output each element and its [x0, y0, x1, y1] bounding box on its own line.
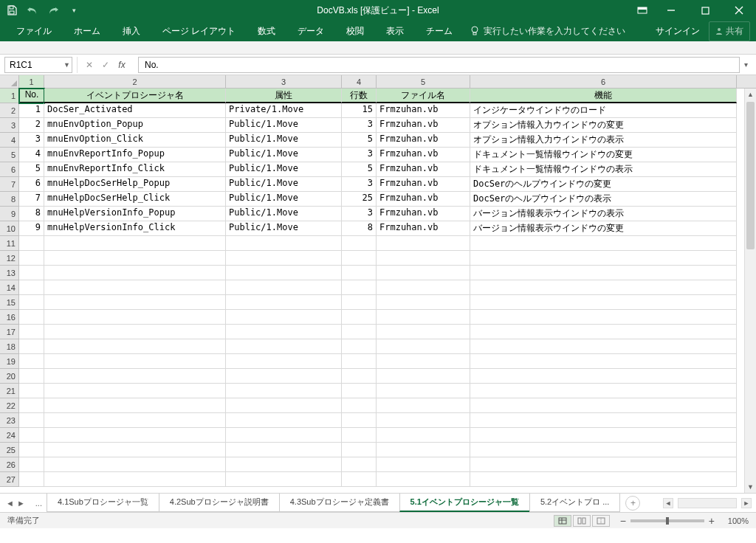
- cell[interactable]: [377, 236, 470, 251]
- cell[interactable]: [470, 266, 737, 280]
- cell[interactable]: [377, 266, 470, 280]
- cell[interactable]: [44, 413, 226, 428]
- cell[interactable]: [226, 295, 342, 310]
- row-header[interactable]: 9: [0, 207, 19, 221]
- cell[interactable]: [226, 251, 342, 266]
- cell[interactable]: イベントプロシージャ名: [44, 89, 226, 103]
- cell[interactable]: [377, 428, 470, 443]
- cell[interactable]: 5: [19, 162, 44, 177]
- cell[interactable]: DocSer_Activated: [44, 103, 226, 118]
- cell[interactable]: [377, 251, 470, 266]
- cell[interactable]: [44, 325, 226, 339]
- hscroll-left-icon[interactable]: ◄: [663, 498, 673, 508]
- select-all-corner[interactable]: [0, 75, 19, 88]
- cell[interactable]: ドキュメント一覧情報ウインドウの変更: [470, 148, 737, 162]
- row-header[interactable]: 10: [0, 221, 19, 236]
- row-header[interactable]: 14: [0, 280, 19, 295]
- sheet-tab[interactable]: 5.2イベントプロ ...: [529, 494, 621, 512]
- zoom-in-button[interactable]: +: [709, 515, 715, 527]
- col-header[interactable]: 3: [226, 75, 342, 88]
- cell[interactable]: [377, 472, 470, 487]
- cell[interactable]: Frmzuhan.vb: [377, 192, 470, 207]
- cell[interactable]: Frmzuhan.vb: [377, 207, 470, 221]
- cell[interactable]: [44, 457, 226, 472]
- close-button[interactable]: [722, 0, 756, 21]
- hscroll-right-icon[interactable]: ►: [741, 498, 752, 508]
- col-header[interactable]: 2: [44, 75, 226, 88]
- cell[interactable]: [470, 398, 737, 413]
- cell[interactable]: [342, 428, 377, 443]
- cell[interactable]: 2: [19, 118, 44, 133]
- cell[interactable]: [342, 384, 377, 398]
- col-header[interactable]: 6: [470, 75, 737, 88]
- cell[interactable]: Frmzuhan.vb: [377, 148, 470, 162]
- cell[interactable]: [226, 266, 342, 280]
- view-page-break-button[interactable]: [592, 515, 610, 527]
- row-header[interactable]: 13: [0, 266, 19, 280]
- tab-insert[interactable]: 挿入: [112, 21, 151, 42]
- tab-team[interactable]: チーム: [416, 21, 463, 42]
- cell[interactable]: [226, 339, 342, 354]
- cell[interactable]: [19, 295, 44, 310]
- cell[interactable]: [226, 443, 342, 457]
- tell-me-search[interactable]: 実行したい作業を入力してください: [470, 25, 625, 38]
- cell[interactable]: Frmzuhan.vb: [377, 118, 470, 133]
- cell[interactable]: 5: [342, 162, 377, 177]
- cell[interactable]: [226, 369, 342, 384]
- cell[interactable]: [470, 443, 737, 457]
- cell[interactable]: [342, 251, 377, 266]
- cell[interactable]: [44, 443, 226, 457]
- cell[interactable]: No.: [19, 89, 44, 103]
- zoom-out-button[interactable]: −: [620, 515, 626, 527]
- cell[interactable]: 3: [19, 133, 44, 148]
- cell[interactable]: [226, 413, 342, 428]
- cell[interactable]: [44, 236, 226, 251]
- qat-customize-icon[interactable]: ▾: [68, 4, 80, 16]
- cell[interactable]: ドキュメント一覧情報ウインドウの表示: [470, 162, 737, 177]
- horizontal-scrollbar[interactable]: [678, 498, 737, 508]
- redo-icon[interactable]: [47, 4, 59, 16]
- cell[interactable]: 9: [19, 221, 44, 236]
- cell[interactable]: [342, 280, 377, 295]
- cell[interactable]: [226, 310, 342, 325]
- col-header[interactable]: 5: [377, 75, 470, 88]
- cell[interactable]: [342, 310, 377, 325]
- zoom-slider[interactable]: [630, 519, 704, 522]
- cell[interactable]: [342, 236, 377, 251]
- row-header[interactable]: 11: [0, 236, 19, 251]
- cell[interactable]: 5: [342, 133, 377, 148]
- cell[interactable]: [226, 325, 342, 339]
- save-icon[interactable]: [6, 4, 18, 16]
- cell[interactable]: [44, 339, 226, 354]
- tab-page-layout[interactable]: ページ レイアウト: [152, 21, 246, 42]
- row-header[interactable]: 19: [0, 354, 19, 369]
- row-header[interactable]: 26: [0, 457, 19, 472]
- cell[interactable]: [44, 428, 226, 443]
- ribbon-display-options-icon[interactable]: [630, 0, 654, 21]
- cell[interactable]: [470, 325, 737, 339]
- cell[interactable]: [19, 428, 44, 443]
- cell[interactable]: Frmzuhan.vb: [377, 177, 470, 192]
- cell[interactable]: [44, 266, 226, 280]
- cell[interactable]: [19, 398, 44, 413]
- cell[interactable]: mnuEnvOption_Popup: [44, 118, 226, 133]
- cell[interactable]: [377, 457, 470, 472]
- cell[interactable]: 15: [342, 103, 377, 118]
- col-header[interactable]: 1: [19, 75, 44, 88]
- fx-icon[interactable]: fx: [116, 60, 128, 70]
- cell[interactable]: Public/1.Move: [226, 133, 342, 148]
- row-header[interactable]: 7: [0, 177, 19, 192]
- cell[interactable]: [470, 384, 737, 398]
- row-header[interactable]: 5: [0, 148, 19, 162]
- cell[interactable]: Public/1.Move: [226, 118, 342, 133]
- row-header[interactable]: 24: [0, 428, 19, 443]
- cell[interactable]: [470, 354, 737, 369]
- cell[interactable]: [44, 280, 226, 295]
- sheet-tab[interactable]: 4.3Subプロシージャ定義書: [279, 494, 400, 512]
- cell[interactable]: [377, 398, 470, 413]
- row-header[interactable]: 8: [0, 192, 19, 207]
- cell[interactable]: [44, 310, 226, 325]
- cell[interactable]: インジケータウインドウのロード: [470, 103, 737, 118]
- cell[interactable]: 6: [19, 177, 44, 192]
- chevron-down-icon[interactable]: ▼: [63, 61, 70, 69]
